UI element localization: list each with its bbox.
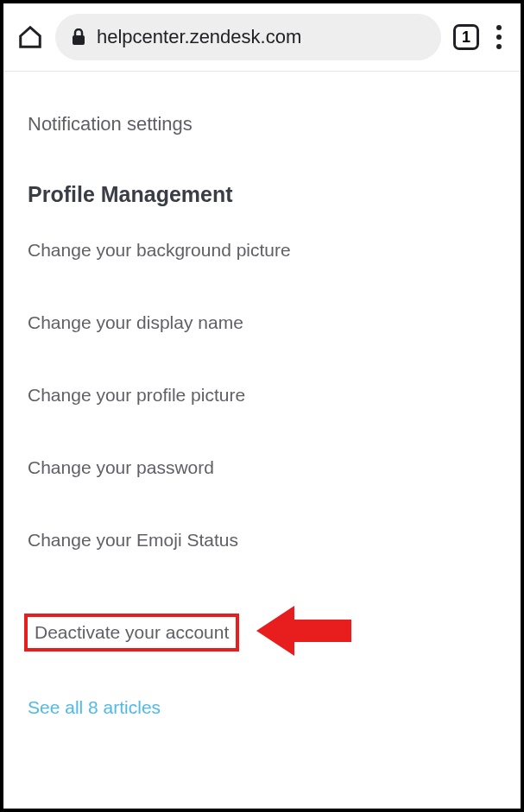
article-link-password[interactable]: Change your password bbox=[28, 457, 496, 478]
section-heading-profile-management: Profile Management bbox=[28, 182, 496, 207]
notification-settings-link[interactable]: Notification settings bbox=[28, 113, 496, 135]
article-link-emoji-status[interactable]: Change your Emoji Status bbox=[28, 530, 496, 551]
article-link-display-name[interactable]: Change your display name bbox=[28, 312, 496, 333]
home-icon[interactable] bbox=[17, 24, 43, 50]
url-text: helpcenter.zendesk.com bbox=[97, 26, 301, 48]
arrow-left-icon bbox=[256, 602, 351, 663]
svg-rect-0 bbox=[73, 35, 85, 45]
svg-marker-1 bbox=[256, 606, 351, 656]
lock-icon bbox=[71, 28, 86, 46]
tab-count-value: 1 bbox=[462, 28, 470, 47]
article-link-deactivate-account[interactable]: Deactivate your account bbox=[24, 614, 239, 651]
menu-icon[interactable] bbox=[491, 25, 507, 49]
page-content: Notification settings Profile Management… bbox=[3, 72, 521, 739]
article-link-profile-picture[interactable]: Change your profile picture bbox=[28, 385, 496, 406]
url-bar[interactable]: helpcenter.zendesk.com bbox=[55, 14, 441, 60]
see-all-articles-link[interactable]: See all 8 articles bbox=[28, 697, 496, 718]
tab-counter[interactable]: 1 bbox=[453, 24, 479, 50]
article-link-background-picture[interactable]: Change your background picture bbox=[28, 240, 496, 261]
highlighted-row: Deactivate your account bbox=[28, 602, 496, 663]
browser-address-bar: helpcenter.zendesk.com 1 bbox=[3, 3, 521, 71]
